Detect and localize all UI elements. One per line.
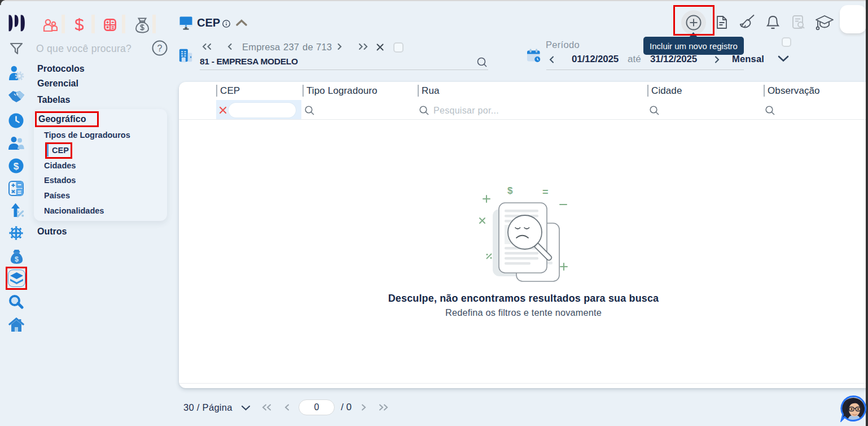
svg-text:?: ? (157, 44, 163, 53)
svg-text:$: $ (14, 161, 19, 172)
svg-text:=: = (542, 186, 549, 198)
svg-text:$: $ (15, 255, 19, 263)
svg-text:$: $ (507, 185, 513, 196)
